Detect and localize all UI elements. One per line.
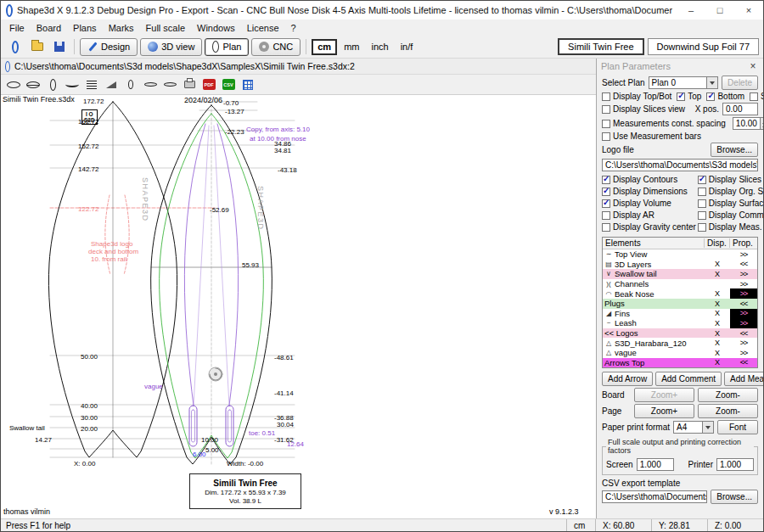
measurements-grid-icon-button[interactable] [239, 76, 257, 93]
page-zoom-out-button[interactable]: Zoom- [698, 404, 758, 418]
unit-button-cm[interactable]: cm [312, 39, 337, 55]
element-display-toggle[interactable]: X [705, 358, 730, 368]
meas-spacing-stepper[interactable]: 10.00 [733, 117, 763, 130]
meas-spacing-check[interactable]: Measurements const. spacing [602, 119, 726, 128]
open-button[interactable] [27, 38, 47, 56]
element-prop-button[interactable]: >> [730, 309, 757, 319]
prop-header[interactable]: Prop. [730, 238, 757, 248]
plan-select[interactable]: Plan 0 [649, 76, 719, 89]
pdf-export-icon-button[interactable]: PDF [199, 76, 218, 93]
elements-row-channels[interactable]: )(Channels>> [603, 279, 757, 289]
element-display-toggle[interactable]: X [705, 288, 730, 299]
outline-stringer-icon-button[interactable] [24, 76, 42, 93]
delete-plan-button[interactable]: Delete [722, 76, 758, 90]
menu-item-help[interactable]: ? [285, 21, 302, 35]
elements-header[interactable]: Elements [603, 238, 705, 248]
elements-row-leash[interactable]: ~LeashX>> [603, 318, 757, 328]
save-button[interactable] [49, 38, 69, 56]
screen-factor-field[interactable]: 1.000 [637, 458, 674, 471]
page-zoom-in-button[interactable]: Zoom+ [634, 404, 694, 418]
print-icon-button[interactable] [180, 76, 199, 93]
add-meas-bar-button[interactable]: Add Meas. bar [724, 372, 763, 386]
design-mode-button[interactable]: Design [80, 38, 138, 56]
check-side[interactable]: Side [750, 92, 763, 101]
logo-path-field[interactable]: C:\Users\thoma\Documents\S3d models\Shap… [602, 159, 758, 171]
3d-view-button[interactable]: 3D view [140, 38, 202, 56]
board-zoom-out-button[interactable]: Zoom- [698, 388, 758, 402]
check-display-contours[interactable]: Display Contours [602, 175, 696, 184]
element-prop-button[interactable]: >> [730, 348, 757, 358]
element-prop-button[interactable]: >> [730, 249, 757, 260]
minimize-button[interactable]: – [677, 1, 705, 20]
xpos-field[interactable]: 0.00 [722, 103, 758, 115]
element-display-toggle[interactable]: X [705, 269, 730, 279]
rocker-view-icon-button[interactable] [102, 76, 121, 93]
element-display-toggle[interactable]: X [705, 260, 730, 270]
check-display-ar[interactable]: Display AR [602, 210, 696, 220]
menu-item-license[interactable]: License [241, 21, 285, 35]
add-arrow-button[interactable]: Add Arrow [602, 372, 653, 386]
spinner-icons[interactable] [760, 118, 763, 129]
unit-button-in-f[interactable]: in/f [396, 39, 419, 55]
element-prop-button[interactable]: << [730, 328, 757, 339]
menu-item-full-scale[interactable]: Full scale [140, 21, 191, 35]
slices-view-icon-button[interactable] [82, 76, 101, 93]
element-display-toggle[interactable]: X [705, 348, 730, 358]
elements-row-3d-layers[interactable]: ▤3D LayersX<< [603, 260, 757, 270]
plan-canvas[interactable]: SHAPE3D [1, 95, 596, 518]
logo-browse-button[interactable]: Browse... [711, 143, 758, 157]
element-display-toggle[interactable]: X [705, 338, 730, 348]
menu-item-windows[interactable]: Windows [191, 21, 241, 35]
element-prop-button[interactable]: >> [730, 279, 757, 289]
unit-button-mm[interactable]: mm [339, 39, 364, 55]
paper-format-select[interactable]: A4 [673, 421, 714, 434]
unit-button-inch[interactable]: inch [366, 39, 393, 55]
element-prop-button[interactable]: << [730, 358, 757, 368]
panel-close-icon[interactable]: × [747, 60, 759, 72]
menu-item-plans[interactable]: Plans [67, 21, 103, 35]
check-display-org-shape[interactable]: Display Org. Shape [698, 187, 763, 196]
element-display-toggle[interactable] [705, 249, 730, 260]
bottom-lens-icon-button[interactable] [160, 76, 179, 93]
element-display-toggle[interactable]: X [705, 328, 730, 339]
close-button[interactable]: × [734, 1, 763, 20]
menu-item-file[interactable]: File [3, 21, 31, 35]
board-tab-simili-twin-free[interactable]: Simili Twin Free [558, 38, 643, 55]
add-comment-button[interactable]: Add Comment [655, 372, 722, 386]
check-display-volume[interactable]: Display Volume [602, 199, 696, 208]
font-button[interactable]: Font [717, 420, 758, 434]
csv-path-field[interactable]: C:\Users\thoma\Documents\S3d models\Shap… [602, 490, 707, 503]
outline-view-icon-button[interactable] [4, 76, 23, 93]
board-tab-downwind-sup-foil-77[interactable]: Downwind Sup Foil 77 [648, 38, 759, 55]
element-display-toggle[interactable]: X [705, 309, 730, 319]
profile-view-icon-button[interactable] [63, 76, 81, 93]
elements-row-fins[interactable]: ◢FinsX>> [603, 309, 757, 319]
plan-mode-button[interactable]: Plan [205, 38, 249, 56]
check-top[interactable]: Top [677, 92, 701, 101]
element-prop-button[interactable]: >> [730, 318, 757, 328]
printer-factor-field[interactable]: 1.000 [716, 458, 754, 471]
check-bottom[interactable]: Bottom [706, 92, 744, 101]
element-display-toggle[interactable] [705, 279, 730, 289]
elements-row-s3d-harabara-120[interactable]: △S3D_Harabara_120X>> [603, 338, 757, 348]
spin-template-icon-button[interactable] [43, 76, 62, 93]
element-prop-button[interactable]: >> [730, 338, 757, 348]
element-prop-button[interactable]: >> [730, 269, 757, 279]
cnc-mode-button[interactable]: CNC [251, 38, 301, 56]
small-board-icon-button[interactable] [121, 76, 140, 93]
check-display-dimensions[interactable]: Display Dimensions [602, 187, 696, 196]
elements-row-vague[interactable]: △vagueX>> [603, 348, 757, 358]
elements-row-swallow-tail[interactable]: ∨Swallow tailX>> [603, 269, 757, 279]
elements-row-plugs[interactable]: PlugsX<< [603, 299, 757, 309]
check-display-slices-in-top[interactable]: Display Slices in Top [698, 175, 763, 184]
csv-browse-button[interactable]: Browse... [711, 490, 758, 504]
elements-row-top-view[interactable]: ∼Top View>> [603, 249, 757, 260]
element-display-toggle[interactable]: X [705, 318, 730, 328]
check-display-top-bot[interactable]: Display Top/Bot [602, 92, 671, 101]
check-display-meas-method[interactable]: Display Meas. method [698, 222, 763, 232]
element-prop-button[interactable]: << [730, 299, 757, 309]
new-board-button[interactable] [5, 38, 25, 56]
use-meas-bars-check[interactable]: Use Measurement bars [602, 132, 701, 141]
element-display-toggle[interactable]: X [705, 299, 730, 309]
csv-export-icon-button[interactable]: CSV [219, 76, 238, 93]
